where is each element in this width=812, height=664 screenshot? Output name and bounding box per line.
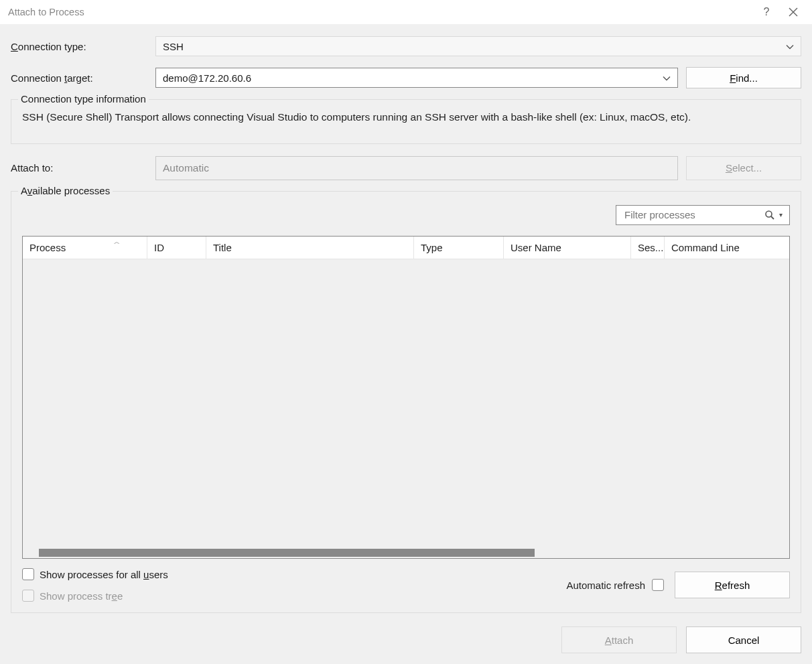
below-table-controls: Show processes for all users Show proces… bbox=[22, 568, 790, 602]
window-title: Attach to Process bbox=[8, 7, 753, 17]
dialog-body: Connection type: SSH Connection target: … bbox=[0, 24, 812, 664]
filter-dropdown-icon[interactable]: ▾ bbox=[779, 211, 783, 218]
attach-to-label: Attach to: bbox=[11, 162, 155, 174]
show-process-tree-checkbox: Show process tree bbox=[22, 590, 558, 602]
column-header-session[interactable]: Ses... bbox=[631, 237, 665, 259]
process-table-body bbox=[23, 259, 789, 547]
checkbox-box-icon bbox=[22, 590, 34, 602]
help-button[interactable]: ? bbox=[753, 0, 780, 24]
connection-type-value: SSH bbox=[163, 41, 184, 52]
column-header-type[interactable]: Type bbox=[414, 237, 504, 259]
connection-target-value: demo@172.20.60.6 bbox=[163, 72, 251, 84]
column-header-title[interactable]: Title bbox=[206, 237, 414, 259]
automatic-refresh-row: Automatic refresh bbox=[566, 579, 664, 591]
filter-processes-box[interactable]: ▾ bbox=[616, 205, 790, 225]
titlebar: Attach to Process ? bbox=[0, 0, 812, 24]
column-header-command-line[interactable]: Command Line bbox=[665, 237, 789, 259]
dialog-buttons: Attach Cancel bbox=[11, 626, 801, 653]
sort-ascending-icon: ︿ bbox=[114, 238, 120, 247]
show-all-users-checkbox[interactable]: Show processes for all users bbox=[22, 568, 558, 580]
connection-type-combo[interactable]: SSH bbox=[155, 36, 801, 56]
checkbox-box-icon bbox=[652, 579, 664, 591]
automatic-refresh-checkbox[interactable] bbox=[652, 579, 664, 591]
available-processes-group: Available processes ▾ Process ︿ ID Title… bbox=[11, 191, 801, 613]
filter-row: ▾ bbox=[22, 205, 790, 225]
scrollbar-thumb[interactable] bbox=[39, 549, 535, 557]
column-header-id[interactable]: ID bbox=[147, 237, 206, 259]
column-header-process[interactable]: Process ︿ bbox=[23, 237, 147, 259]
close-icon bbox=[789, 7, 798, 17]
column-header-user-name[interactable]: User Name bbox=[504, 237, 631, 259]
available-processes-legend: Available processes bbox=[18, 185, 113, 196]
chevron-down-icon bbox=[663, 72, 671, 84]
connection-target-row: Connection target: demo@172.20.60.6 Find… bbox=[11, 67, 801, 88]
filter-processes-input[interactable] bbox=[623, 208, 760, 221]
connection-type-label: Connection type: bbox=[11, 41, 155, 52]
attach-button: Attach bbox=[561, 626, 677, 653]
process-table: Process ︿ ID Title Type User Name Ses...… bbox=[22, 236, 790, 559]
connection-type-info-legend: Connection type information bbox=[18, 93, 149, 105]
search-icon bbox=[764, 210, 775, 220]
select-button: Select... bbox=[686, 156, 801, 180]
chevron-down-icon bbox=[786, 41, 794, 52]
connection-type-row: Connection type: SSH bbox=[11, 36, 801, 56]
checkbox-box-icon bbox=[22, 568, 34, 580]
close-button[interactable] bbox=[780, 0, 807, 24]
svg-line-3 bbox=[771, 216, 774, 219]
checkbox-column: Show processes for all users Show proces… bbox=[22, 568, 558, 602]
horizontal-scrollbar[interactable] bbox=[23, 547, 789, 558]
find-button[interactable]: Find... bbox=[686, 67, 801, 88]
connection-target-label: Connection target: bbox=[11, 72, 155, 84]
cancel-button[interactable]: Cancel bbox=[686, 626, 801, 653]
attach-to-value: Automatic bbox=[155, 156, 678, 180]
svg-point-2 bbox=[766, 211, 772, 217]
refresh-button[interactable]: Refresh bbox=[675, 572, 790, 598]
connection-type-info-group: Connection type information SSH (Secure … bbox=[11, 99, 801, 144]
attach-to-row: Attach to: Automatic Select... bbox=[11, 156, 801, 180]
automatic-refresh-label: Automatic refresh bbox=[566, 580, 645, 591]
process-table-header: Process ︿ ID Title Type User Name Ses...… bbox=[23, 237, 789, 259]
connection-type-info-text: SSH (Secure Shell) Transport allows conn… bbox=[22, 109, 790, 126]
connection-target-combo[interactable]: demo@172.20.60.6 bbox=[155, 68, 678, 88]
